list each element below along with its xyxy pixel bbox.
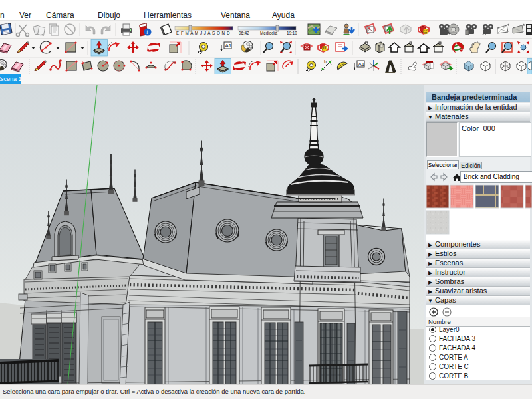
svg-text:06:42: 06:42 <box>239 31 249 35</box>
svg-text:Mediodía: Mediodía <box>260 31 277 35</box>
svg-text:E F M A M J J A S O N D: E F M A M J J A S O N D <box>176 31 231 35</box>
svg-text:b: b <box>324 59 327 64</box>
svg-text:19:10: 19:10 <box>287 31 297 35</box>
svg-text:i: i <box>146 29 148 35</box>
